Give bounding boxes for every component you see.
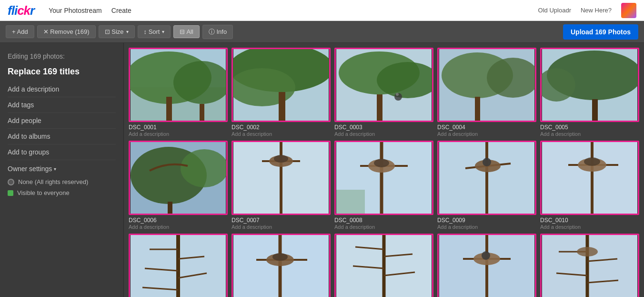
- photo-name: DSC_0008: [334, 217, 433, 224]
- photo-name: DSC_0009: [437, 217, 536, 224]
- photo-thumb: [129, 48, 228, 122]
- svg-point-60: [272, 253, 288, 261]
- size-button[interactable]: ⊡ Size: [99, 25, 135, 38]
- add-button[interactable]: + Add: [6, 25, 34, 38]
- photo-thumb: [437, 48, 536, 122]
- photo-name: DSC_0001: [129, 124, 228, 131]
- photo-thumb: [129, 234, 228, 297]
- photo-desc[interactable]: Add a description: [334, 224, 433, 230]
- nav-create[interactable]: Create: [111, 7, 131, 14]
- main-layout: Editing 169 photos: Replace 169 titles A…: [0, 43, 644, 297]
- photo-thumb: [129, 141, 228, 215]
- sort-button[interactable]: ↕ Sort: [138, 25, 171, 38]
- visible-everyone-indicator: [8, 190, 13, 196]
- old-uploadr-link[interactable]: Old Uploadr: [538, 7, 571, 14]
- svg-rect-38: [336, 190, 365, 214]
- svg-rect-44: [542, 142, 637, 214]
- sidebar: Editing 169 photos: Replace 169 titles A…: [0, 43, 124, 297]
- toolbar: + Add ✕ Remove (169) ⊡ Size ↕ Sort ⊟ All…: [0, 21, 644, 43]
- remove-button[interactable]: ✕ Remove (169): [37, 25, 96, 38]
- photo-desc[interactable]: Add a description: [437, 131, 536, 137]
- svg-rect-4: [166, 97, 172, 121]
- add-tags-action[interactable]: Add tags: [8, 97, 116, 113]
- nav-right: Old Uploadr New Here?: [538, 3, 636, 18]
- svg-rect-19: [475, 97, 480, 121]
- upload-button[interactable]: Upload 169 Photos: [563, 24, 638, 40]
- add-to-groups-action[interactable]: Add to groups: [8, 144, 116, 160]
- photo-item-dsc_0005[interactable]: DSC_0005Add a description: [540, 48, 639, 137]
- photo-desc[interactable]: Add a description: [129, 224, 228, 230]
- photo-desc[interactable]: Add a description: [129, 131, 228, 137]
- svg-point-78: [577, 247, 598, 256]
- svg-rect-23: [592, 99, 598, 121]
- replace-titles[interactable]: Replace 169 titles: [8, 67, 116, 77]
- photo-item-dsc_0012[interactable]: DSC_0012Add a description: [231, 234, 331, 297]
- svg-rect-72: [542, 235, 637, 297]
- flickr-logo[interactable]: flickr: [8, 4, 34, 17]
- photo-thumb: [540, 48, 639, 122]
- new-here-link[interactable]: New Here?: [581, 7, 612, 14]
- photo-item-dsc_0011[interactable]: DSC_0011Add a description: [129, 234, 228, 297]
- photo-item-dsc_0003[interactable]: DSC_0003Add a description: [334, 48, 433, 137]
- photo-desc[interactable]: Add a description: [540, 224, 639, 230]
- svg-point-37: [374, 159, 389, 167]
- photo-item-dsc_0014[interactable]: DSC_0014Add a description: [437, 234, 536, 297]
- editing-label: Editing 169 photos:: [8, 52, 116, 60]
- svg-rect-13: [377, 94, 382, 121]
- owner-settings-label: Owner settings: [8, 165, 52, 173]
- photo-item-dsc_0001[interactable]: DSC_0001Add a description: [129, 48, 228, 137]
- add-to-albums-action[interactable]: Add to albums: [8, 129, 116, 144]
- none-rights-radio[interactable]: [8, 179, 14, 185]
- sort-label: ↕ Sort: [144, 28, 160, 35]
- visible-everyone-item: Visible to everyone: [8, 187, 116, 198]
- svg-point-32: [274, 155, 288, 163]
- nav-photostream[interactable]: Your Photostream: [49, 7, 102, 14]
- add-people-action[interactable]: Add people: [8, 113, 116, 129]
- photo-item-dsc_0013[interactable]: DSC_0013Add a description: [334, 234, 433, 297]
- photo-name: DSC_0005: [540, 124, 639, 131]
- visible-everyone-label: Visible to everyone: [17, 189, 70, 196]
- photo-name: DSC_0004: [437, 124, 536, 131]
- nav-links: Your Photostream Create: [49, 7, 131, 14]
- photo-thumb: [540, 234, 639, 297]
- photo-item-dsc_0007[interactable]: DSC_0007Add a description: [231, 141, 331, 230]
- photo-desc[interactable]: Add a description: [231, 224, 331, 230]
- owner-settings-chevron: ▾: [54, 166, 56, 172]
- photo-desc[interactable]: Add a description: [231, 131, 331, 137]
- photo-name: DSC_0007: [231, 217, 331, 224]
- none-rights-item: None (All rights reserved): [8, 176, 116, 187]
- photo-name: DSC_0006: [129, 217, 228, 224]
- photo-desc[interactable]: Add a description: [334, 131, 433, 137]
- photo-item-dsc_0006[interactable]: DSC_0006Add a description: [129, 141, 228, 230]
- all-button[interactable]: ⊟ All: [173, 25, 199, 38]
- photo-thumb: [540, 141, 639, 215]
- photo-item-dsc_0008[interactable]: DSC_0008Add a description: [334, 141, 433, 230]
- photo-item-dsc_0010[interactable]: DSC_0010Add a description: [540, 141, 639, 230]
- photo-name: DSC_0003: [334, 124, 433, 131]
- photo-desc[interactable]: Add a description: [437, 224, 536, 230]
- photo-thumb: [437, 141, 536, 215]
- top-nav: flickr Your Photostream Create Old Uploa…: [0, 0, 644, 21]
- photo-grid: DSC_0001Add a descriptionDSC_0002Add a d…: [129, 48, 639, 297]
- photo-item-dsc_0009[interactable]: DSC_0009Add a description: [437, 141, 536, 230]
- photo-name: DSC_0002: [231, 124, 331, 131]
- user-avatar[interactable]: [621, 3, 636, 18]
- svg-rect-9: [279, 92, 285, 121]
- photo-desc[interactable]: Add a description: [540, 131, 639, 137]
- svg-point-48: [584, 157, 600, 166]
- none-rights-label: None (All rights reserved): [18, 178, 88, 185]
- photo-thumb: [334, 48, 433, 122]
- photo-item-dsc_0015[interactable]: DSC_0015Add a description: [540, 234, 639, 297]
- photo-name: DSC_0010: [540, 217, 639, 224]
- photo-item-dsc_0004[interactable]: DSC_0004Add a description: [437, 48, 536, 137]
- svg-rect-27: [168, 202, 172, 214]
- svg-rect-5: [200, 104, 204, 121]
- photo-item-dsc_0002[interactable]: DSC_0002Add a description: [231, 48, 331, 137]
- info-button[interactable]: ⓘ Info: [202, 25, 233, 39]
- photo-thumb: [437, 234, 536, 297]
- svg-point-43: [483, 158, 491, 166]
- photo-thumb: [231, 48, 331, 122]
- svg-point-26: [181, 149, 226, 187]
- add-description-action[interactable]: Add a description: [8, 82, 116, 97]
- owner-settings-header[interactable]: Owner settings ▾: [8, 160, 116, 176]
